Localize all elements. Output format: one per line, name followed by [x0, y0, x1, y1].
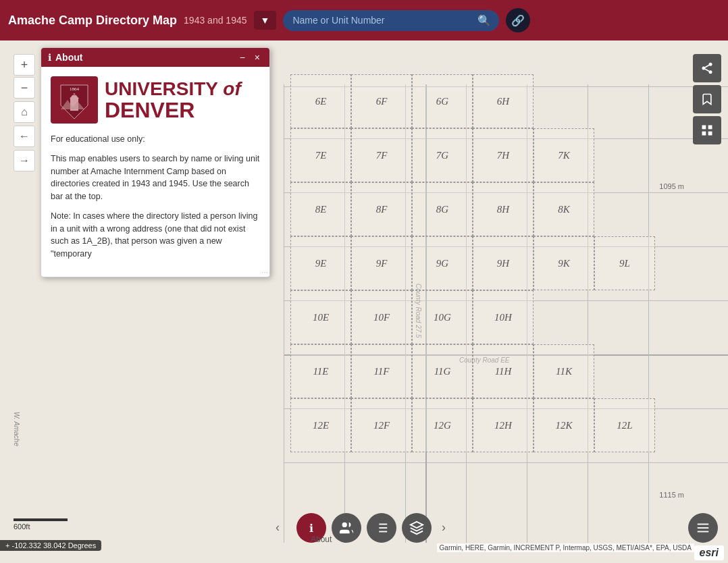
- search-input[interactable]: [292, 15, 475, 26]
- grid-view-button[interactable]: [693, 116, 721, 144]
- forward-button[interactable]: →: [14, 150, 35, 171]
- grid-cell-11G: 11G: [412, 344, 473, 398]
- grid-cell-12G: 12G: [412, 398, 473, 452]
- svg-point-7: [709, 63, 712, 66]
- share-button[interactable]: [693, 54, 721, 82]
- university-name-denver: DENVER: [105, 99, 241, 121]
- list-tool-button[interactable]: [367, 513, 396, 543]
- svg-text:1864: 1864: [70, 86, 80, 92]
- minimize-button[interactable]: −: [237, 52, 248, 63]
- svg-line-10: [705, 69, 709, 71]
- road-line-v0: [284, 84, 284, 543]
- right-arrow-button[interactable]: ›: [442, 520, 446, 535]
- esri-tool-button[interactable]: [688, 513, 718, 543]
- map-area: 1083 m 1095 m 1115 m County Road EE Coun…: [0, 41, 728, 563]
- share-icon: [700, 61, 714, 75]
- grid-cell-12E: 12E: [290, 398, 351, 452]
- w-amache-label: W. Amache: [13, 412, 20, 446]
- right-toolbar: [693, 54, 721, 144]
- university-name: UNIVERSITY of: [105, 79, 241, 100]
- back-button[interactable]: ←: [14, 126, 35, 147]
- search-button[interactable]: 🔍: [475, 13, 494, 28]
- grid-cell-10H: 10H: [473, 290, 534, 344]
- about-panel-title: About: [55, 52, 233, 63]
- nav-buttons: ⌂ ← →: [14, 101, 35, 171]
- grid-cell-7G: 7G: [412, 128, 473, 182]
- grid-cell-7H: 7H: [473, 128, 534, 182]
- grid-cell-empty-2: [594, 74, 655, 128]
- grid-cell-6F: 6F: [351, 74, 412, 128]
- grid-cell-8F: 8F: [351, 182, 412, 236]
- about-text: For educational use only: This map enabl…: [51, 133, 260, 267]
- about-panel-header: ℹ About − ×: [41, 48, 269, 67]
- layers-tool-button[interactable]: [402, 513, 432, 543]
- people-tool-button[interactable]: [332, 513, 361, 543]
- educational-note: For educational use only:: [51, 133, 260, 146]
- grid-cell-empty-6: [594, 290, 655, 344]
- app-title: Amache Camp Directory Map: [8, 14, 177, 28]
- svg-marker-23: [411, 522, 423, 528]
- du-name-block: UNIVERSITY of DENVER: [105, 79, 241, 122]
- zoom-out-button[interactable]: −: [14, 77, 35, 99]
- grid-cell-empty-3: [594, 128, 655, 182]
- grid-cell-7F: 7F: [351, 128, 412, 182]
- about-link: About: [311, 535, 332, 544]
- note-text: Note: In cases where the directory liste…: [51, 210, 260, 261]
- grid-cell-11K: 11K: [534, 344, 594, 398]
- info-icon: ℹ: [48, 52, 51, 63]
- grid-cell-empty-5: [534, 290, 594, 344]
- svg-rect-12: [702, 126, 706, 130]
- scale-bar: 600ft: [14, 518, 68, 531]
- grid-cell-11H: 11H: [473, 344, 534, 398]
- grid-cell-9E: 9E: [290, 236, 351, 290]
- bookmark-icon: [700, 92, 714, 106]
- grid-cell-12F: 12F: [351, 398, 412, 452]
- grid-cell-6H: 6H: [473, 74, 534, 128]
- road-line-h6: [284, 462, 728, 463]
- svg-rect-15: [708, 132, 712, 136]
- esri-logo: esri: [694, 545, 724, 560]
- search-container: 🔍: [283, 10, 499, 31]
- panel-resize-handle[interactable]: ⋯: [261, 269, 269, 277]
- list-icon: [374, 520, 389, 535]
- home-button[interactable]: ⌂: [14, 101, 35, 123]
- svg-rect-3: [72, 95, 76, 95]
- grid-cell-11E: 11E: [290, 344, 351, 398]
- grid-cell-6E: 6E: [290, 74, 351, 128]
- grid-cell-empty-1: [534, 74, 594, 128]
- measure-bottom-label: 1115 m: [659, 491, 684, 499]
- year-badge: 1943 and 1945: [184, 15, 246, 26]
- dropdown-button[interactable]: ▼: [254, 11, 277, 30]
- grid-icon: [700, 124, 714, 137]
- grid-cell-7E: 7E: [290, 128, 351, 182]
- app-header: Amache Camp Directory Map 1943 and 1945 …: [0, 0, 728, 41]
- menu-icon: [696, 520, 710, 535]
- grid-cell-9K: 9K: [534, 236, 594, 290]
- attribution: Garmin, HERE, Garmin, INCREMENT P, Inter…: [437, 543, 694, 552]
- grid-cell-9H: 9H: [473, 236, 534, 290]
- grid-cell-10F: 10F: [351, 290, 412, 344]
- coordinates-display: + -102.332 38.042 Degrees: [0, 540, 101, 551]
- grid-cell-8K: 8K: [534, 182, 594, 236]
- scale-line: [14, 518, 68, 521]
- measure-right-label: 1095 m: [659, 182, 684, 190]
- grid-cell-12K: 12K: [534, 398, 594, 452]
- layers-icon: [409, 520, 424, 535]
- close-panel-button[interactable]: ×: [252, 52, 263, 63]
- grid-cell-9L: 9L: [594, 236, 655, 290]
- grid-cell-empty-4: [594, 182, 655, 236]
- zoom-controls: + −: [14, 54, 35, 99]
- svg-rect-13: [708, 126, 712, 130]
- du-shield: 1864: [51, 76, 98, 124]
- grid-cell-9F: 9F: [351, 236, 412, 290]
- left-arrow-button[interactable]: ‹: [276, 520, 280, 535]
- grid-cell-10E: 10E: [290, 290, 351, 344]
- svg-point-16: [342, 522, 347, 527]
- scale-label: 600ft: [14, 522, 30, 531]
- link-button[interactable]: 🔗: [506, 8, 530, 32]
- grid-cell-6G: 6G: [412, 74, 473, 128]
- bookmark-button[interactable]: [693, 85, 721, 113]
- zoom-in-button[interactable]: +: [14, 54, 35, 76]
- grid-cell-8H: 8H: [473, 182, 534, 236]
- du-logo: 1864 UNIVERSITY of DENVER: [51, 76, 260, 124]
